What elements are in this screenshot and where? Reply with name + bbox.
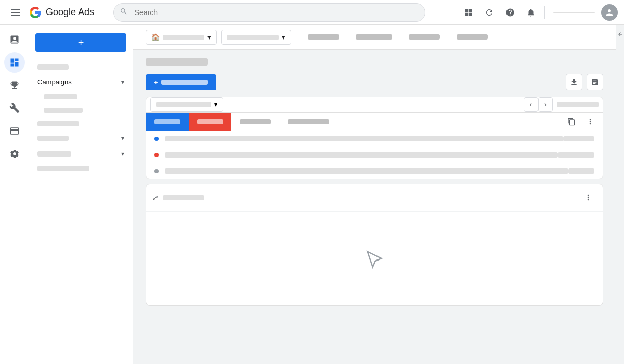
date-dropdown-chevron: ▾ [282, 33, 285, 41]
cursor-card-body [146, 212, 603, 305]
nav-ads-bar [44, 108, 83, 113]
nav-item-landing[interactable] [29, 117, 133, 131]
expand-icon: ⤢ [152, 193, 159, 202]
row-bar-1 [165, 136, 563, 141]
new-button-wrap: + [29, 29, 133, 58]
nav-landing-bar [37, 121, 79, 126]
nav-bid-bar [37, 166, 89, 171]
cursor-card-more-button[interactable] [580, 189, 596, 206]
menu-button[interactable] [6, 3, 25, 22]
nav-item-bid[interactable] [29, 162, 133, 175]
page-title-row [146, 58, 603, 66]
sidebar-goals-button[interactable] [4, 75, 25, 96]
refresh-button[interactable] [480, 3, 499, 22]
new-button[interactable]: + [35, 33, 126, 52]
nav-item-adgroups[interactable] [29, 90, 133, 103]
row-right-bar-1 [563, 136, 594, 141]
account-dropdown-chevron: ▾ [207, 33, 211, 41]
card-tab-3-label [240, 119, 271, 124]
campaigns-chevron: ▾ [121, 79, 124, 86]
cursor-card: ⤢ [146, 184, 603, 306]
top-nav-actions [459, 3, 618, 22]
columns-chevron: ▾ [214, 101, 217, 108]
search-input[interactable] [113, 3, 425, 22]
google-logo-icon [29, 6, 42, 19]
sidebar-settings-button[interactable] [4, 144, 25, 164]
collapse-panel-button[interactable] [614, 28, 625, 41]
card-tab-2-label [197, 119, 223, 124]
nav-item-audiences[interactable]: ▾ [29, 146, 133, 162]
add-label-bar [161, 80, 208, 85]
audiences-chevron: ▾ [121, 150, 124, 158]
nav-divider [544, 6, 545, 19]
account-dropdown[interactable]: 🏠 ▾ [146, 30, 217, 45]
row-indicator-1 [154, 137, 159, 141]
card-tab-3[interactable] [231, 113, 279, 131]
row-right-1 [563, 136, 594, 141]
left-panel: + Campaigns ▾ ▾ [29, 25, 133, 364]
subnav-tab-ads[interactable] [448, 30, 496, 45]
subnav-tab-campaigns[interactable] [347, 30, 400, 45]
sidebar-billing-button[interactable] [4, 121, 25, 141]
account-name-bar [553, 12, 595, 13]
search-bar [113, 3, 425, 22]
cursor-card-header-left: ⤢ [152, 193, 204, 202]
row-right-bar-3 [568, 168, 594, 174]
date-dropdown[interactable]: ▾ [221, 30, 291, 45]
card-tab-row [146, 113, 603, 131]
logo-area: Google Ads [6, 3, 94, 22]
hamburger-icon [11, 9, 20, 16]
row-indicator-2 [154, 153, 159, 157]
nav-item-keywords[interactable]: ▾ [29, 131, 133, 146]
cursor-card-title [163, 195, 204, 200]
cards-container: ▾ ‹ › [146, 97, 603, 306]
card-tab-1[interactable] [146, 113, 189, 131]
page-content: + [133, 50, 616, 364]
keywords-chevron: ▾ [121, 135, 124, 142]
sidebar-campaigns-button[interactable] [4, 29, 25, 50]
nav-item-campaigns[interactable]: Campaigns ▾ [29, 74, 133, 90]
report-button[interactable] [587, 74, 603, 90]
add-campaign-button[interactable]: + [146, 74, 216, 90]
sub-nav-tabs [300, 30, 496, 45]
cursor-icon [364, 248, 385, 269]
sidebar-tools-button[interactable] [4, 98, 25, 119]
account-name-label [163, 35, 204, 40]
card-more-button[interactable] [582, 113, 599, 130]
row-indicator-3 [154, 169, 159, 173]
nav-item-overview[interactable] [29, 60, 133, 74]
nav-label-bar [37, 64, 69, 70]
page-info-bar [557, 102, 599, 107]
card-tab-4[interactable] [279, 113, 337, 131]
subnav-tab-adgroups[interactable] [400, 30, 448, 45]
card-copy-button[interactable] [563, 113, 580, 130]
row-right-3 [568, 168, 594, 174]
user-avatar[interactable] [601, 4, 618, 21]
row-right-2 [558, 152, 594, 158]
prev-page-btn[interactable]: ‹ [524, 97, 538, 112]
account-icon: 🏠 [151, 33, 160, 41]
card-actions [563, 113, 603, 131]
nav-section: Campaigns ▾ ▾ ▾ [29, 58, 133, 177]
filter-left: + [146, 74, 216, 90]
download-button[interactable] [566, 74, 582, 90]
filter-bar: + [146, 74, 603, 90]
card-row-3 [146, 163, 603, 179]
subnav-tab-overview[interactable] [300, 30, 347, 45]
next-page-btn[interactable]: › [538, 97, 553, 112]
page-title [146, 58, 208, 66]
help-button[interactable] [501, 3, 519, 22]
card-tab-2[interactable] [189, 113, 231, 131]
row-bar-2 [165, 152, 558, 158]
sidebar-overview-button[interactable] [4, 52, 25, 73]
nav-adgroups-bar [44, 94, 77, 99]
card-tabs: ▾ ‹ › [146, 97, 603, 113]
right-sidebar [616, 25, 624, 364]
filter-right [566, 74, 603, 90]
notifications-button[interactable] [522, 3, 540, 22]
search-icon [120, 7, 128, 18]
content-area: 🏠 ▾ ▾ [133, 25, 616, 364]
nav-item-ads[interactable] [29, 103, 133, 117]
view-mode-button[interactable] [459, 3, 478, 22]
columns-select[interactable]: ▾ [150, 97, 223, 112]
